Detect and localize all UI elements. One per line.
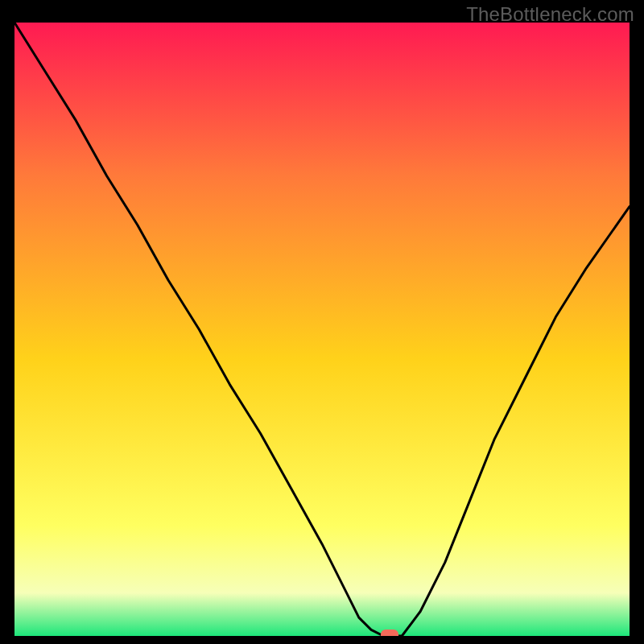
chart-frame: TheBottleneck.com <box>0 0 644 644</box>
watermark-text: TheBottleneck.com <box>466 3 634 26</box>
bottleneck-plot <box>14 23 630 636</box>
plot-svg <box>14 23 630 636</box>
optimal-point-marker <box>381 630 398 636</box>
